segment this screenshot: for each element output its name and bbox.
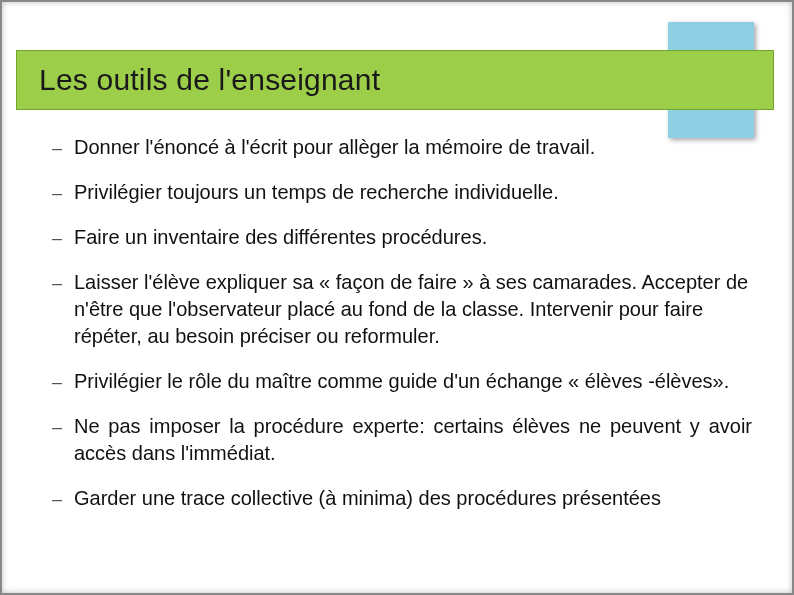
list-item-text: Donner l'énoncé à l'écrit pour allèger l…: [74, 134, 752, 161]
bullet-dash-icon: –: [52, 179, 74, 206]
title-bar: Les outils de l'enseignant: [16, 50, 774, 110]
list-item-text: Laisser l'élève expliquer sa « façon de …: [74, 269, 752, 350]
slide-title: Les outils de l'enseignant: [39, 63, 380, 97]
list-item-text: Faire un inventaire des différentes proc…: [74, 224, 752, 251]
bullet-dash-icon: –: [52, 224, 74, 251]
slide: Les outils de l'enseignant – Donner l'én…: [0, 0, 794, 595]
list-item: – Donner l'énoncé à l'écrit pour allèger…: [52, 134, 752, 161]
list-item: – Privilégier le rôle du maître comme gu…: [52, 368, 752, 395]
list-item-text: Privilégier le rôle du maître comme guid…: [74, 368, 752, 395]
list-item: – Faire un inventaire des différentes pr…: [52, 224, 752, 251]
list-item: – Ne pas imposer la procédure experte: c…: [52, 413, 752, 467]
bullet-dash-icon: –: [52, 485, 74, 512]
list-item: – Laisser l'élève expliquer sa « façon d…: [52, 269, 752, 350]
list-item-text: Garder une trace collective (à minima) d…: [74, 485, 752, 512]
list-item-text: Privilégier toujours un temps de recherc…: [74, 179, 752, 206]
bullet-dash-icon: –: [52, 269, 74, 296]
list-item: – Privilégier toujours un temps de reche…: [52, 179, 752, 206]
bullet-dash-icon: –: [52, 134, 74, 161]
bullet-dash-icon: –: [52, 368, 74, 395]
content-area: – Donner l'énoncé à l'écrit pour allèger…: [52, 134, 752, 573]
bullet-dash-icon: –: [52, 413, 74, 440]
list-item-text: Ne pas imposer la procédure experte: cer…: [74, 413, 752, 467]
list-item: – Garder une trace collective (à minima)…: [52, 485, 752, 512]
